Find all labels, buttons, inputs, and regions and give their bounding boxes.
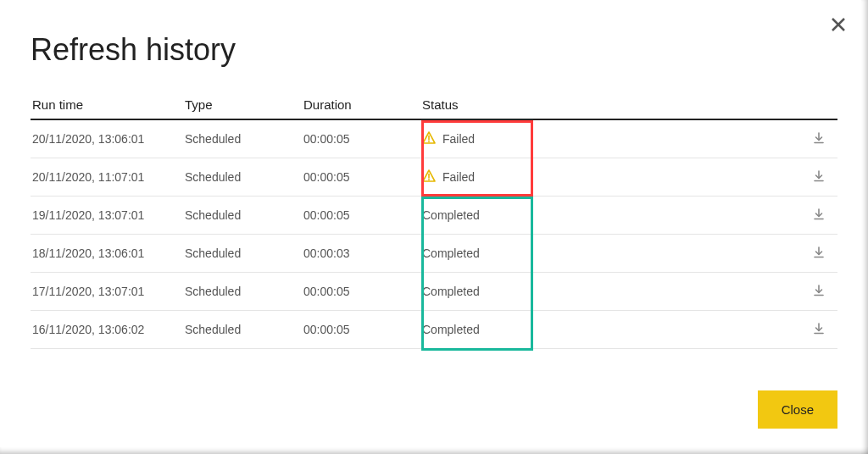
cell-duration: 00:00:05 <box>303 132 422 146</box>
page-title: Refresh history <box>31 32 837 68</box>
status-label: Failed <box>442 132 475 146</box>
cell-type: Scheduled <box>185 246 303 260</box>
cell-status: Failed <box>422 131 744 147</box>
table-row: 18/11/2020, 13:06:01Scheduled00:00:03Com… <box>31 235 837 273</box>
download-icon[interactable] <box>809 128 829 151</box>
cell-runtime: 17/11/2020, 13:07:01 <box>31 285 185 298</box>
download-icon[interactable] <box>809 166 829 189</box>
status-label: Failed <box>442 170 475 184</box>
table-row: 16/11/2020, 13:06:02Scheduled00:00:05Com… <box>31 311 837 349</box>
col-header-runtime: Run time <box>31 97 185 112</box>
download-icon[interactable] <box>809 280 829 303</box>
status-label: Completed <box>422 285 480 298</box>
col-header-duration: Duration <box>303 97 422 112</box>
warning-icon <box>422 169 436 185</box>
cell-runtime: 20/11/2020, 11:07:01 <box>31 170 185 184</box>
close-button[interactable]: Close <box>758 390 837 429</box>
cell-type: Scheduled <box>185 170 303 184</box>
cell-duration: 00:00:05 <box>303 285 422 298</box>
status-label: Completed <box>422 208 480 222</box>
cell-status: Completed <box>422 285 744 298</box>
cell-status: Completed <box>422 323 744 336</box>
download-icon[interactable] <box>809 204 829 227</box>
refresh-history-table: Run time Type Duration Status 20/11/2020… <box>31 90 837 349</box>
table-header-row: Run time Type Duration Status <box>31 90 837 120</box>
cell-duration: 00:00:05 <box>303 208 422 222</box>
status-label: Completed <box>422 323 480 336</box>
cell-runtime: 16/11/2020, 13:06:02 <box>31 323 185 336</box>
table-row: 20/11/2020, 11:07:01Scheduled00:00:05Fai… <box>31 158 837 197</box>
cell-duration: 00:00:05 <box>303 170 422 184</box>
svg-point-7 <box>428 179 430 180</box>
cell-runtime: 20/11/2020, 13:06:01 <box>31 132 185 146</box>
cell-type: Scheduled <box>185 132 303 146</box>
download-icon[interactable] <box>809 242 829 265</box>
cell-type: Scheduled <box>185 323 303 336</box>
cell-type: Scheduled <box>185 285 303 298</box>
cell-status: Completed <box>422 246 744 260</box>
cell-runtime: 19/11/2020, 13:07:01 <box>31 208 185 222</box>
close-icon[interactable] <box>831 15 846 36</box>
cell-duration: 00:00:05 <box>303 323 422 336</box>
warning-icon <box>422 131 436 147</box>
col-header-type: Type <box>185 97 303 112</box>
cell-runtime: 18/11/2020, 13:06:01 <box>31 246 185 260</box>
download-icon[interactable] <box>809 318 829 341</box>
cell-duration: 00:00:03 <box>303 246 422 260</box>
svg-point-3 <box>428 141 430 142</box>
table-row: 20/11/2020, 13:06:01Scheduled00:00:05Fai… <box>31 120 837 158</box>
table-row: 17/11/2020, 13:07:01Scheduled00:00:05Com… <box>31 273 837 311</box>
cell-type: Scheduled <box>185 208 303 222</box>
status-label: Completed <box>422 246 480 260</box>
table-row: 19/11/2020, 13:07:01Scheduled00:00:05Com… <box>31 197 837 235</box>
cell-status: Failed <box>422 169 744 185</box>
cell-status: Completed <box>422 208 744 222</box>
col-header-status: Status <box>422 97 744 112</box>
